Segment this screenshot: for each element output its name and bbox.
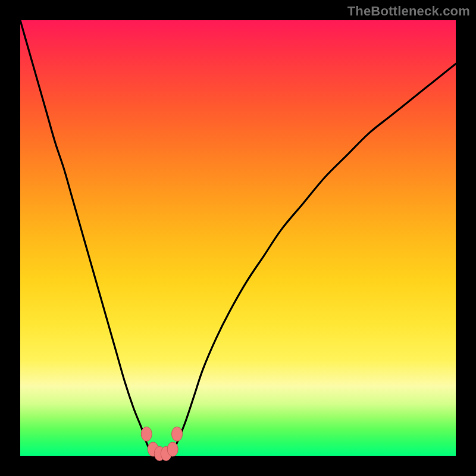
chart-svg: [20, 20, 456, 456]
valley-marker: [167, 442, 178, 456]
watermark-text: TheBottleneck.com: [347, 4, 470, 19]
valley-marker: [172, 427, 183, 441]
chart-frame: TheBottleneck.com: [0, 0, 476, 476]
valley-marker: [141, 427, 152, 441]
bottleneck-curve: [20, 20, 456, 456]
